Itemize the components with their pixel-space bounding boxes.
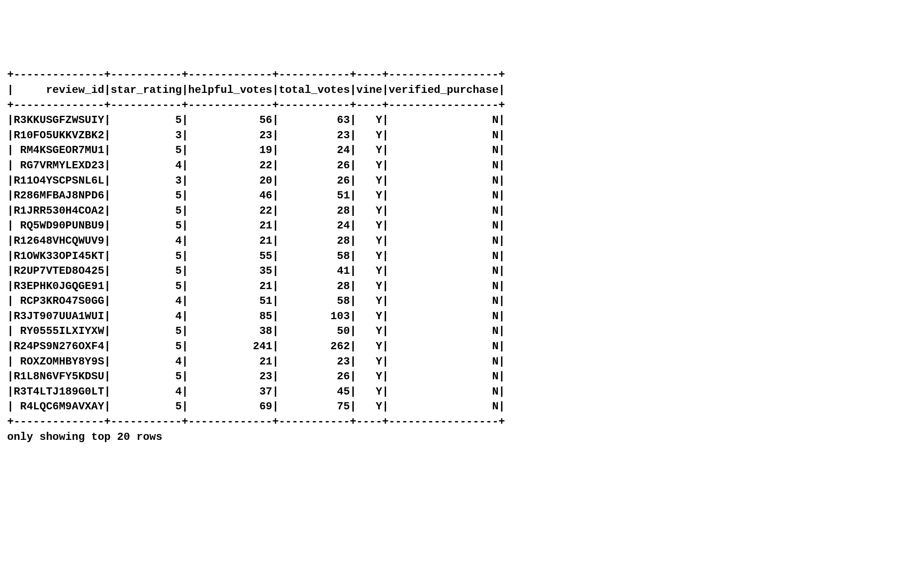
ascii-table-output: +--------------+-----------+------------… — [7, 67, 898, 444]
